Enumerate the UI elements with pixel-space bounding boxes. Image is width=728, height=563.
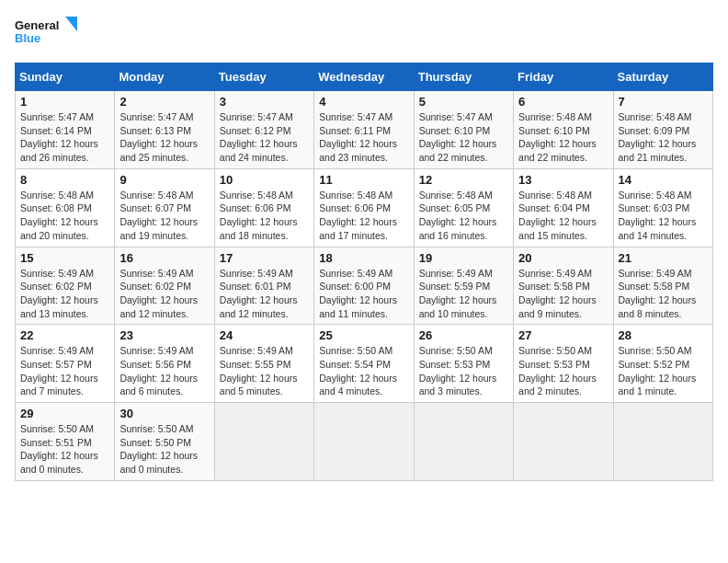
day-info: Sunrise: 5:49 AMSunset: 5:58 PMDaylight:… bbox=[619, 267, 708, 321]
calendar-day bbox=[314, 403, 414, 481]
calendar-day: 9Sunrise: 5:48 AMSunset: 6:07 PMDaylight… bbox=[115, 168, 214, 247]
calendar-day bbox=[514, 403, 613, 481]
day-number: 26 bbox=[419, 328, 508, 342]
day-info: Sunrise: 5:50 AMSunset: 5:53 PMDaylight:… bbox=[419, 344, 508, 398]
calendar-day: 19Sunrise: 5:49 AMSunset: 5:59 PMDayligh… bbox=[414, 247, 513, 325]
weekday-header: Thursday bbox=[414, 63, 513, 91]
calendar-day: 23Sunrise: 5:49 AMSunset: 5:56 PMDayligh… bbox=[115, 325, 214, 403]
weekday-header: Sunday bbox=[16, 63, 115, 91]
day-info: Sunrise: 5:47 AMSunset: 6:13 PMDaylight:… bbox=[119, 110, 209, 165]
calendar-table: SundayMondayTuesdayWednesdayThursdayFrid… bbox=[15, 63, 713, 481]
day-number: 23 bbox=[119, 328, 209, 342]
calendar-day: 25Sunrise: 5:50 AMSunset: 5:54 PMDayligh… bbox=[314, 325, 414, 403]
day-info: Sunrise: 5:48 AMSunset: 6:06 PMDaylight:… bbox=[220, 189, 309, 243]
logo: General Blue bbox=[15, 15, 79, 52]
day-number: 21 bbox=[619, 251, 708, 265]
day-number: 3 bbox=[220, 95, 309, 109]
day-number: 28 bbox=[619, 328, 708, 342]
calendar-week: 8Sunrise: 5:48 AMSunset: 6:08 PMDaylight… bbox=[16, 168, 713, 247]
day-info: Sunrise: 5:49 AMSunset: 6:00 PMDaylight:… bbox=[319, 267, 408, 321]
svg-marker-2 bbox=[65, 17, 77, 31]
weekday-header: Monday bbox=[115, 63, 214, 91]
day-number: 8 bbox=[20, 173, 109, 187]
calendar-day: 12Sunrise: 5:48 AMSunset: 6:05 PMDayligh… bbox=[414, 168, 513, 247]
day-number: 15 bbox=[20, 251, 109, 265]
day-info: Sunrise: 5:47 AMSunset: 6:11 PMDaylight:… bbox=[319, 110, 408, 165]
calendar-day: 22Sunrise: 5:49 AMSunset: 5:57 PMDayligh… bbox=[16, 325, 115, 403]
calendar-day: 5Sunrise: 5:47 AMSunset: 6:10 PMDaylight… bbox=[414, 91, 513, 169]
weekday-header: Friday bbox=[514, 63, 613, 91]
day-number: 29 bbox=[20, 407, 109, 420]
day-number: 14 bbox=[619, 173, 708, 187]
day-info: Sunrise: 5:49 AMSunset: 6:01 PMDaylight:… bbox=[220, 267, 309, 321]
calendar-day: 10Sunrise: 5:48 AMSunset: 6:06 PMDayligh… bbox=[214, 168, 313, 247]
calendar-day: 14Sunrise: 5:48 AMSunset: 6:03 PMDayligh… bbox=[613, 168, 712, 247]
calendar-day: 28Sunrise: 5:50 AMSunset: 5:52 PMDayligh… bbox=[613, 325, 712, 403]
calendar-day: 29Sunrise: 5:50 AMSunset: 5:51 PMDayligh… bbox=[16, 403, 115, 481]
calendar-body: 1Sunrise: 5:47 AMSunset: 6:14 PMDaylight… bbox=[16, 91, 713, 481]
day-info: Sunrise: 5:50 AMSunset: 5:54 PMDaylight:… bbox=[319, 344, 408, 398]
calendar-week: 15Sunrise: 5:49 AMSunset: 6:02 PMDayligh… bbox=[16, 247, 713, 325]
day-number: 24 bbox=[220, 328, 309, 342]
svg-text:General: General bbox=[15, 18, 59, 32]
calendar-day: 3Sunrise: 5:47 AMSunset: 6:12 PMDaylight… bbox=[214, 91, 313, 169]
calendar-day: 20Sunrise: 5:49 AMSunset: 5:58 PMDayligh… bbox=[514, 247, 613, 325]
calendar-day bbox=[613, 403, 712, 481]
day-number: 25 bbox=[319, 328, 408, 342]
calendar-day: 15Sunrise: 5:49 AMSunset: 6:02 PMDayligh… bbox=[16, 247, 115, 325]
weekday-header: Wednesday bbox=[314, 63, 414, 91]
calendar-day bbox=[414, 403, 513, 481]
day-info: Sunrise: 5:49 AMSunset: 6:02 PMDaylight:… bbox=[20, 267, 109, 321]
svg-text:Blue: Blue bbox=[15, 31, 40, 45]
calendar-day: 18Sunrise: 5:49 AMSunset: 6:00 PMDayligh… bbox=[314, 247, 414, 325]
day-info: Sunrise: 5:48 AMSunset: 6:03 PMDaylight:… bbox=[619, 189, 708, 243]
calendar-week: 1Sunrise: 5:47 AMSunset: 6:14 PMDaylight… bbox=[16, 91, 713, 169]
day-number: 7 bbox=[619, 95, 708, 109]
day-number: 19 bbox=[419, 251, 508, 265]
day-info: Sunrise: 5:50 AMSunset: 5:52 PMDaylight:… bbox=[619, 344, 708, 398]
day-info: Sunrise: 5:48 AMSunset: 6:08 PMDaylight:… bbox=[20, 189, 109, 243]
calendar-day bbox=[214, 403, 313, 481]
day-info: Sunrise: 5:49 AMSunset: 5:58 PMDaylight:… bbox=[518, 267, 608, 321]
day-info: Sunrise: 5:49 AMSunset: 5:57 PMDaylight:… bbox=[20, 344, 109, 398]
day-info: Sunrise: 5:49 AMSunset: 5:59 PMDaylight:… bbox=[419, 267, 508, 321]
day-number: 22 bbox=[20, 328, 109, 342]
calendar-day: 2Sunrise: 5:47 AMSunset: 6:13 PMDaylight… bbox=[115, 91, 214, 169]
day-info: Sunrise: 5:49 AMSunset: 6:02 PMDaylight:… bbox=[119, 267, 209, 321]
calendar-day: 4Sunrise: 5:47 AMSunset: 6:11 PMDaylight… bbox=[314, 91, 414, 169]
calendar-day: 17Sunrise: 5:49 AMSunset: 6:01 PMDayligh… bbox=[214, 247, 313, 325]
calendar-week: 29Sunrise: 5:50 AMSunset: 5:51 PMDayligh… bbox=[16, 403, 713, 481]
day-info: Sunrise: 5:48 AMSunset: 6:10 PMDaylight:… bbox=[518, 110, 608, 165]
day-info: Sunrise: 5:48 AMSunset: 6:07 PMDaylight:… bbox=[119, 189, 209, 243]
day-number: 6 bbox=[518, 95, 608, 109]
day-info: Sunrise: 5:49 AMSunset: 5:55 PMDaylight:… bbox=[220, 344, 309, 398]
day-number: 5 bbox=[419, 95, 508, 109]
page-header: General Blue bbox=[15, 15, 713, 52]
calendar-day: 26Sunrise: 5:50 AMSunset: 5:53 PMDayligh… bbox=[414, 325, 513, 403]
calendar-day: 7Sunrise: 5:48 AMSunset: 6:09 PMDaylight… bbox=[613, 91, 712, 169]
calendar-day: 21Sunrise: 5:49 AMSunset: 5:58 PMDayligh… bbox=[613, 247, 712, 325]
calendar-day: 13Sunrise: 5:48 AMSunset: 6:04 PMDayligh… bbox=[514, 168, 613, 247]
day-number: 9 bbox=[119, 173, 209, 187]
day-number: 20 bbox=[518, 251, 608, 265]
day-info: Sunrise: 5:48 AMSunset: 6:09 PMDaylight:… bbox=[619, 110, 708, 165]
calendar-day: 6Sunrise: 5:48 AMSunset: 6:10 PMDaylight… bbox=[514, 91, 613, 169]
day-info: Sunrise: 5:48 AMSunset: 6:04 PMDaylight:… bbox=[518, 189, 608, 243]
day-number: 27 bbox=[518, 328, 608, 342]
logo-svg: General Blue bbox=[15, 15, 79, 52]
day-number: 13 bbox=[518, 173, 608, 187]
day-info: Sunrise: 5:49 AMSunset: 5:56 PMDaylight:… bbox=[119, 344, 209, 398]
calendar-week: 22Sunrise: 5:49 AMSunset: 5:57 PMDayligh… bbox=[16, 325, 713, 403]
day-info: Sunrise: 5:47 AMSunset: 6:12 PMDaylight:… bbox=[220, 110, 309, 165]
calendar-day: 1Sunrise: 5:47 AMSunset: 6:14 PMDaylight… bbox=[16, 91, 115, 169]
day-info: Sunrise: 5:48 AMSunset: 6:05 PMDaylight:… bbox=[419, 189, 508, 243]
day-number: 10 bbox=[220, 173, 309, 187]
day-info: Sunrise: 5:50 AMSunset: 5:51 PMDaylight:… bbox=[20, 422, 109, 477]
calendar-day: 8Sunrise: 5:48 AMSunset: 6:08 PMDaylight… bbox=[16, 168, 115, 247]
weekday-header: Tuesday bbox=[214, 63, 313, 91]
day-number: 2 bbox=[119, 95, 209, 109]
day-number: 1 bbox=[20, 95, 109, 109]
calendar-day: 11Sunrise: 5:48 AMSunset: 6:06 PMDayligh… bbox=[314, 168, 414, 247]
calendar-day: 30Sunrise: 5:50 AMSunset: 5:50 PMDayligh… bbox=[115, 403, 214, 481]
day-info: Sunrise: 5:48 AMSunset: 6:06 PMDaylight:… bbox=[319, 189, 408, 243]
